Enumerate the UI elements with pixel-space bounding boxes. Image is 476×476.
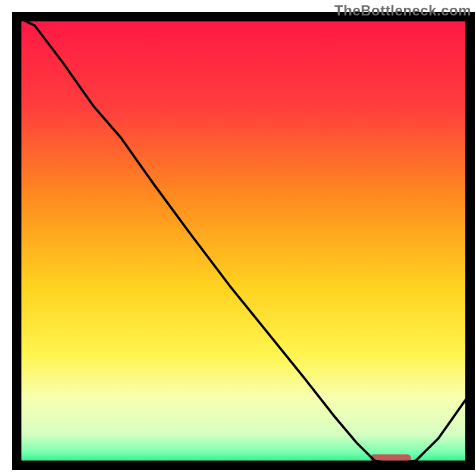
- chart-background-gradient: [17, 17, 470, 465]
- chart-svg: [0, 0, 476, 476]
- bottleneck-chart: TheBottleneck.com: [0, 0, 476, 476]
- watermark-text: TheBottleneck.com: [334, 2, 471, 19]
